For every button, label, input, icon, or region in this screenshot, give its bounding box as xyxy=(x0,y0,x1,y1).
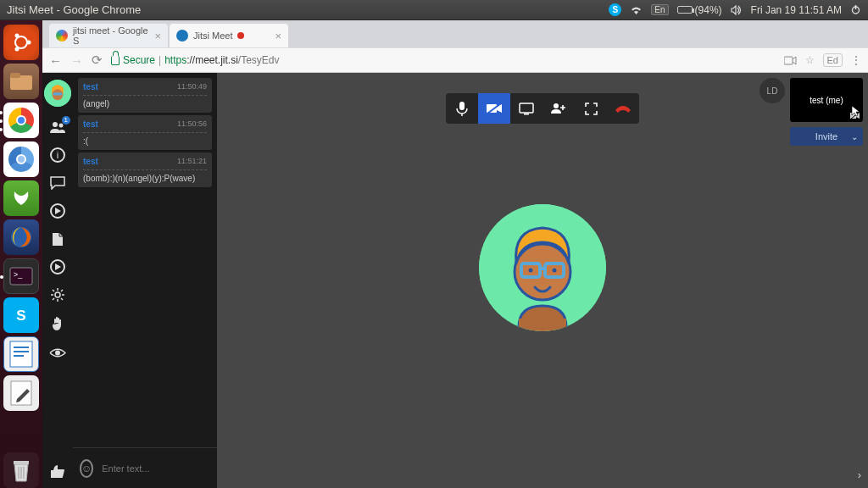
skype-icon[interactable]: S xyxy=(3,297,39,333)
files-icon[interactable] xyxy=(3,64,39,99)
firefox-icon[interactable] xyxy=(3,219,39,255)
skype-tray-icon[interactable]: S xyxy=(609,3,621,16)
svg-rect-35 xyxy=(520,103,533,113)
terminal-icon[interactable]: >_ xyxy=(3,258,39,294)
screenshare-button[interactable] xyxy=(510,93,542,124)
chat-message: test 11:50:49 (angel) xyxy=(78,78,212,113)
call-toolbar xyxy=(446,93,639,124)
svg-point-26 xyxy=(53,122,58,127)
mic-button[interactable] xyxy=(446,93,478,124)
window-title: Jitsi Meet - Google Chrome xyxy=(7,3,141,16)
battery-icon[interactable]: (94%) xyxy=(677,4,722,16)
close-tab-icon[interactable]: × xyxy=(154,30,161,42)
settings-icon[interactable] xyxy=(49,286,66,303)
chrome-menu-icon[interactable]: ⋮ xyxy=(851,54,861,66)
bookmark-star-icon[interactable]: ☆ xyxy=(805,54,815,66)
video-stage: LD test (me) Invite ⌄ › xyxy=(217,73,868,488)
chat-time: 11:50:49 xyxy=(177,82,207,91)
tab-title: jitsi meet - Google S xyxy=(73,25,149,46)
svg-point-30 xyxy=(55,292,60,297)
wifi-icon[interactable] xyxy=(630,5,643,15)
feedback-icon[interactable] xyxy=(49,463,66,480)
nav-reload-icon[interactable]: ⟳ xyxy=(92,53,103,68)
svg-text:>_: >_ xyxy=(14,270,23,279)
svg-rect-17 xyxy=(11,381,31,405)
self-thumbnail[interactable]: test (me) xyxy=(790,78,863,122)
battery-percent: (94%) xyxy=(695,4,722,16)
svg-marker-28 xyxy=(55,208,61,214)
record-icon[interactable] xyxy=(50,203,65,219)
unity-launcher: >_ S xyxy=(0,20,42,488)
jitsi-side-rail: 1 i xyxy=(42,73,73,488)
raise-hand-icon[interactable] xyxy=(49,315,66,332)
svg-rect-15 xyxy=(14,351,29,352)
spring-ide-icon[interactable] xyxy=(3,180,39,216)
emoji-icon[interactable]: ☺ xyxy=(80,459,93,478)
chromium-icon[interactable] xyxy=(3,141,39,177)
svg-point-37 xyxy=(554,103,559,108)
thumbnail-strip: LD test (me) xyxy=(760,78,863,122)
svg-point-4 xyxy=(15,34,19,38)
camera-indicator-icon[interactable] xyxy=(784,56,797,65)
shutdown-icon[interactable] xyxy=(850,4,861,15)
svg-marker-29 xyxy=(55,263,61,270)
secure-label: Secure xyxy=(123,54,155,66)
system-top-bar: Jitsi Meet - Google Chrome S En (94%) Fr… xyxy=(0,0,868,20)
secure-indicator: Secure xyxy=(111,54,155,66)
svg-point-31 xyxy=(55,350,60,355)
fullscreen-button[interactable] xyxy=(575,93,607,124)
main-participant-avatar xyxy=(479,204,606,331)
svg-point-2 xyxy=(15,36,27,48)
chat-time: 11:50:56 xyxy=(177,119,207,128)
tab-title: Jitsi Meet xyxy=(193,30,232,41)
chat-panel: test 11:50:49 (angel) test 11:50:56 :( t… xyxy=(73,73,217,488)
participants-icon[interactable]: 1 xyxy=(49,119,66,136)
self-label: test (me) xyxy=(810,96,843,105)
invite-button[interactable] xyxy=(542,93,575,124)
jitsi-app: 1 i xyxy=(42,73,868,488)
volume-icon[interactable] xyxy=(731,5,743,15)
close-tab-icon[interactable]: × xyxy=(275,30,281,42)
chat-text-input[interactable] xyxy=(100,463,220,474)
chat-body: (angel) xyxy=(83,99,207,108)
trash-icon[interactable] xyxy=(3,452,39,488)
view-icon[interactable] xyxy=(49,344,66,361)
invite-label: Invite xyxy=(815,131,837,141)
google-favicon-icon xyxy=(56,30,68,42)
svg-rect-22 xyxy=(784,57,793,64)
url-host: ://meet.jit.si xyxy=(186,54,238,66)
text-editor-icon[interactable] xyxy=(3,375,39,411)
chat-message: test 11:51:21 (bomb):)(n)(angel)(y):P(wa… xyxy=(78,152,212,187)
system-tray: S En (94%) Fri Jan 19 11:51 AM xyxy=(609,3,861,16)
tab-jitsi-meet[interactable]: Jitsi Meet × xyxy=(170,24,288,47)
chrome-icon[interactable] xyxy=(3,103,39,138)
language-indicator[interactable]: En xyxy=(651,4,668,15)
info-icon[interactable]: i xyxy=(50,147,65,163)
libreoffice-writer-icon[interactable] xyxy=(3,336,39,372)
participants-badge: 1 xyxy=(62,116,70,125)
lock-icon xyxy=(111,56,120,65)
chevron-down-icon: ⌄ xyxy=(851,132,858,141)
participant-initials-avatar[interactable]: LD xyxy=(760,78,785,103)
camera-button[interactable] xyxy=(478,93,510,124)
ubuntu-dash-icon[interactable] xyxy=(3,25,39,60)
svg-rect-7 xyxy=(10,73,20,78)
live-stream-icon[interactable] xyxy=(50,259,65,274)
svg-rect-16 xyxy=(14,355,24,357)
chat-icon[interactable] xyxy=(49,175,66,191)
clock-text[interactable]: Fri Jan 19 11:51 AM xyxy=(751,4,842,16)
nav-back-icon[interactable]: ← xyxy=(49,53,62,68)
svg-point-44 xyxy=(553,269,557,273)
shared-doc-icon[interactable] xyxy=(49,230,66,247)
expand-filmstrip-icon[interactable]: › xyxy=(858,469,861,481)
invite-dropdown[interactable]: Invite ⌄ xyxy=(790,127,863,146)
tab-strip: jitsi meet - Google S × Jitsi Meet × xyxy=(42,20,868,47)
recording-indicator-icon xyxy=(237,32,244,39)
url-scheme: https xyxy=(164,54,186,66)
profile-chip[interactable]: Ed xyxy=(823,53,843,67)
hangup-button[interactable] xyxy=(607,93,639,124)
user-avatar-icon[interactable] xyxy=(44,80,71,107)
url-field[interactable]: Secure | https://meet.jit.si/TesyEdv xyxy=(111,54,776,66)
svg-text:S: S xyxy=(16,308,25,324)
tab-google-search[interactable]: jitsi meet - Google S × xyxy=(49,24,168,47)
